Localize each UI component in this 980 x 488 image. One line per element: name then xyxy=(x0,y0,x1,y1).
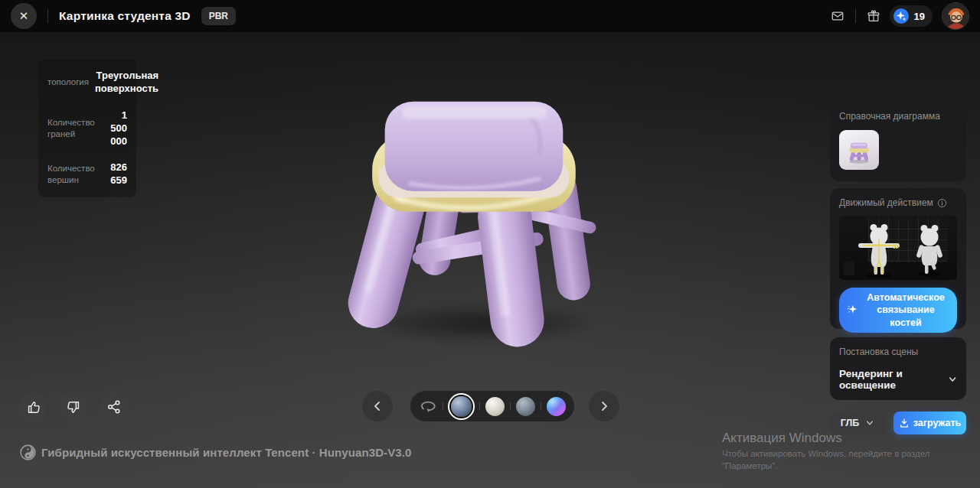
info-icon[interactable] xyxy=(937,198,947,208)
info-value: 826 659 xyxy=(110,161,127,187)
close-button[interactable]: ✕ xyxy=(11,3,37,29)
scene-select-value: Рендеринг и освещение xyxy=(839,368,948,391)
carousel-prev-button[interactable] xyxy=(362,391,393,421)
info-label: Количество вершин xyxy=(47,163,104,187)
download-button-label: загружать xyxy=(913,418,962,428)
info-label: топология xyxy=(47,76,89,89)
pbr-badge: PBR xyxy=(201,7,236,25)
chevron-left-icon xyxy=(371,399,384,413)
avatar[interactable] xyxy=(942,2,969,30)
material-divider xyxy=(443,402,443,410)
topbar-divider xyxy=(47,9,48,23)
format-select-value: ГЛБ xyxy=(841,418,860,428)
format-select[interactable]: ГЛБ xyxy=(830,412,885,434)
windows-activation-watermark: Активация Windows Чтобы активировать Win… xyxy=(722,431,930,472)
topbar-actions: 19 xyxy=(831,2,969,30)
material-divider xyxy=(541,402,541,410)
hunyuan3d-viewer: ✕ Картинка студента 3D PBR xyxy=(0,0,980,488)
credits-count: 19 xyxy=(914,11,925,22)
chevron-right-icon xyxy=(597,399,611,413)
action-rig-panel: Движимый действием xyxy=(830,188,966,329)
scene-select[interactable]: Рендеринг и освещение xyxy=(839,368,957,391)
environment-sphere-white[interactable] xyxy=(485,397,505,416)
model-info-panel: топология Треугольная поверхность Количе… xyxy=(38,60,136,197)
info-label: Количество граней xyxy=(47,117,104,141)
export-bar: ГЛБ загружать xyxy=(830,412,966,434)
auto-rotate-button[interactable] xyxy=(419,398,437,415)
scene-panel: Постановка сцены Рендеринг и освещение xyxy=(830,337,966,400)
magic-sparkle-icon xyxy=(846,304,858,316)
material-divider xyxy=(479,402,480,410)
reference-thumbnail[interactable] xyxy=(839,130,879,170)
transform-arrow-icon: » xyxy=(893,239,899,252)
reference-stool-image xyxy=(842,133,876,167)
info-value: 1 500 000 xyxy=(110,109,127,148)
watermark-line2: "Параметры". xyxy=(722,460,930,473)
mail-icon xyxy=(831,9,844,23)
reference-panel: Справочная диаграмма xyxy=(830,102,966,181)
carousel-next-button[interactable] xyxy=(589,391,619,421)
action-panel-title-text: Движимый действием xyxy=(839,197,933,208)
info-value: Треугольная поверхность xyxy=(95,70,158,96)
energy-coin-icon xyxy=(893,8,910,24)
gift-icon xyxy=(867,9,880,23)
avatar-image xyxy=(942,3,969,30)
footer-brand: Гибридный искусственный интеллект Tencen… xyxy=(20,444,411,460)
info-row-topology: топология Треугольная поверхность xyxy=(47,70,127,96)
rig-preview-image: » xyxy=(839,216,957,280)
chevron-down-icon xyxy=(865,418,874,428)
environment-sphere-gradient[interactable] xyxy=(547,397,566,416)
info-row-faces: Количество граней 1 500 000 xyxy=(47,109,127,148)
download-button[interactable]: загружать xyxy=(893,412,966,434)
download-icon xyxy=(899,418,910,428)
environment-sphere-selected[interactable] xyxy=(451,396,472,417)
page-title: Картинка студента 3D xyxy=(59,9,191,23)
environment-sphere-stone[interactable] xyxy=(516,397,535,416)
top-bar: ✕ Картинка студента 3D PBR xyxy=(0,0,980,32)
scene-panel-title: Постановка сцены xyxy=(839,346,957,357)
mail-button[interactable] xyxy=(831,9,844,23)
model-shadow xyxy=(364,304,601,342)
model-viewport[interactable] xyxy=(329,83,620,350)
material-bar xyxy=(410,391,574,421)
chevron-down-icon xyxy=(948,374,957,385)
credits-pill[interactable]: 19 xyxy=(890,5,933,27)
hunyuan-logo-icon xyxy=(20,444,36,460)
auto-rig-button[interactable]: Автоматическое связывание костей xyxy=(839,288,957,333)
material-divider xyxy=(510,402,511,410)
auto-rig-button-label: Автоматическое связывание костей xyxy=(861,291,950,329)
rotate-icon xyxy=(419,398,437,415)
info-row-vertices: Количество вершин 826 659 xyxy=(47,161,127,187)
close-icon: ✕ xyxy=(19,9,29,23)
reference-panel-title: Справочная диаграмма xyxy=(839,111,957,122)
cushion-highlight xyxy=(402,106,547,119)
watermark-line1: Чтобы активировать Windows, перейдите в … xyxy=(722,448,930,460)
footer-brand-text: Гибридный искусственный интеллект Tencen… xyxy=(41,446,411,459)
action-panel-title: Движимый действием xyxy=(839,197,957,208)
topbar-divider xyxy=(855,9,856,23)
gift-button[interactable] xyxy=(867,9,880,23)
